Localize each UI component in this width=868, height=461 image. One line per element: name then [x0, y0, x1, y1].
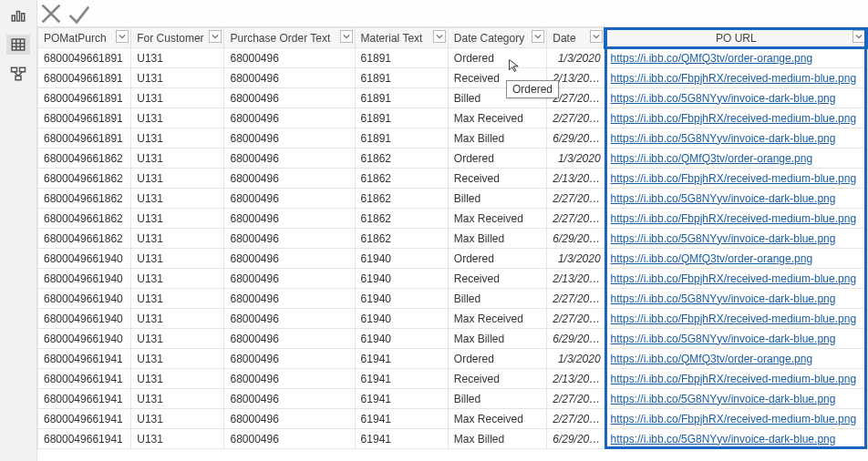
cell-pot[interactable]: 68000496 — [224, 309, 355, 329]
cell-mat[interactable]: 61862 — [355, 229, 448, 249]
cell-pot[interactable]: 68000496 — [224, 209, 355, 229]
cell-mat[interactable]: 61862 — [355, 149, 448, 169]
cell-pot[interactable]: 68000496 — [224, 108, 355, 128]
po-url-link[interactable]: https://i.ibb.co/5G8NYyv/invoice-dark-bl… — [611, 232, 836, 245]
cell-cat[interactable]: Received — [448, 369, 546, 389]
cell-cust[interactable]: U131 — [131, 409, 224, 429]
cell-mat[interactable]: 61862 — [355, 189, 448, 209]
cell-cust[interactable]: U131 — [131, 429, 224, 449]
cell-cat[interactable]: Max Received — [448, 409, 546, 429]
cell-cust[interactable]: U131 — [131, 189, 224, 209]
cell-pot[interactable]: 68000496 — [224, 369, 355, 389]
cell-url[interactable]: https://i.ibb.co/5G8NYyv/invoice-dark-bl… — [604, 189, 867, 209]
cell-cust[interactable]: U131 — [131, 209, 224, 229]
po-url-link[interactable]: https://i.ibb.co/FbpjhRX/received-medium… — [611, 312, 856, 325]
cell-date[interactable]: 2/27/2020 — [547, 309, 604, 329]
table-row[interactable]: 6800049661941U1316800049661941Ordered1/3… — [38, 349, 868, 369]
cell-url[interactable]: https://i.ibb.co/FbpjhRX/received-medium… — [604, 68, 867, 88]
cell-cust[interactable]: U131 — [131, 289, 224, 309]
cell-pomat[interactable]: 6800049661941 — [38, 369, 131, 389]
cell-pot[interactable]: 68000496 — [224, 229, 355, 249]
cell-date[interactable]: 2/13/2020 — [547, 68, 604, 88]
cancel-formula-button[interactable] — [37, 0, 65, 27]
cell-date[interactable]: 2/27/2020 — [547, 189, 604, 209]
cell-url[interactable]: https://i.ibb.co/FbpjhRX/received-medium… — [604, 309, 867, 329]
cell-pomat[interactable]: 6800049661940 — [38, 329, 131, 349]
cell-mat[interactable]: 61941 — [355, 389, 448, 409]
cell-cat[interactable]: Billed — [448, 289, 546, 309]
cell-url[interactable]: https://i.ibb.co/FbpjhRX/received-medium… — [604, 209, 867, 229]
cell-pomat[interactable]: 6800049661862 — [38, 209, 131, 229]
cell-pomat[interactable]: 6800049661940 — [38, 289, 131, 309]
column-filter-button[interactable] — [590, 30, 603, 43]
cell-url[interactable]: https://i.ibb.co/5G8NYyv/invoice-dark-bl… — [604, 329, 867, 349]
cell-mat[interactable]: 61891 — [355, 88, 448, 108]
commit-formula-button[interactable] — [65, 0, 92, 27]
cell-pomat[interactable]: 6800049661941 — [38, 389, 131, 409]
cell-pot[interactable]: 68000496 — [224, 169, 355, 189]
column-filter-button[interactable] — [116, 30, 129, 43]
cell-url[interactable]: https://i.ibb.co/5G8NYyv/invoice-dark-bl… — [604, 88, 867, 108]
cell-date[interactable]: 2/27/2020 — [547, 289, 604, 309]
cell-cat[interactable]: Received — [448, 269, 546, 289]
cell-date[interactable]: 1/3/2020 — [547, 349, 604, 369]
cell-cust[interactable]: U131 — [131, 309, 224, 329]
po-url-link[interactable]: https://i.ibb.co/FbpjhRX/received-medium… — [611, 373, 856, 385]
po-url-link[interactable]: https://i.ibb.co/FbpjhRX/received-medium… — [611, 272, 856, 285]
column-filter-button[interactable] — [433, 30, 446, 43]
cell-pot[interactable]: 68000496 — [224, 88, 355, 108]
cell-pomat[interactable]: 6800049661941 — [38, 349, 131, 369]
cell-url[interactable]: https://i.ibb.co/FbpjhRX/received-medium… — [604, 108, 867, 128]
po-url-link[interactable]: https://i.ibb.co/5G8NYyv/invoice-dark-bl… — [611, 292, 836, 305]
cell-date[interactable]: 2/27/2020 — [547, 108, 604, 128]
table-row[interactable]: 6800049661940U1316800049661940Max Billed… — [38, 329, 868, 349]
cell-cat[interactable]: Billed — [448, 189, 546, 209]
cell-mat[interactable]: 61941 — [355, 429, 448, 449]
cell-url[interactable]: https://i.ibb.co/FbpjhRX/received-medium… — [604, 269, 867, 289]
cell-pomat[interactable]: 6800049661891 — [38, 108, 131, 128]
cell-cat[interactable]: Max Billed — [448, 429, 546, 449]
table-row[interactable]: 6800049661862U1316800049661862Max Billed… — [38, 229, 868, 249]
cell-cat[interactable]: Max Billed — [448, 128, 546, 149]
cell-date[interactable]: 2/13/2020 — [547, 369, 604, 389]
cell-pot[interactable]: 68000496 — [224, 128, 355, 149]
cell-mat[interactable]: 61862 — [355, 169, 448, 189]
cell-date[interactable]: 1/3/2020 — [547, 48, 604, 68]
cell-cust[interactable]: U131 — [131, 149, 224, 169]
cell-pomat[interactable]: 6800049661940 — [38, 249, 131, 269]
po-url-link[interactable]: https://i.ibb.co/QMfQ3tv/order-orange.pn… — [611, 353, 812, 365]
table-row[interactable]: 6800049661862U1316800049661862Max Receiv… — [38, 209, 868, 229]
cell-pot[interactable]: 68000496 — [224, 409, 355, 429]
cell-url[interactable]: https://i.ibb.co/QMfQ3tv/order-orange.pn… — [604, 249, 867, 269]
data-grid[interactable]: POMatPurchFor CustomerPurchase Order Tex… — [37, 27, 868, 461]
cell-cat[interactable]: Max Received — [448, 309, 546, 329]
table-row[interactable]: 6800049661941U1316800049661941Billed2/27… — [38, 389, 868, 409]
po-url-link[interactable]: https://i.ibb.co/QMfQ3tv/order-orange.pn… — [611, 52, 812, 65]
cell-url[interactable]: https://i.ibb.co/FbpjhRX/received-medium… — [604, 169, 867, 189]
cell-cust[interactable]: U131 — [131, 88, 224, 108]
table-row[interactable]: 6800049661940U1316800049661940Billed2/27… — [38, 289, 868, 309]
column-header-pomat[interactable]: POMatPurch — [38, 28, 131, 48]
cell-date[interactable]: 2/27/2020 — [547, 409, 604, 429]
po-url-link[interactable]: https://i.ibb.co/QMfQ3tv/order-orange.pn… — [611, 152, 812, 165]
cell-pot[interactable]: 68000496 — [224, 149, 355, 169]
cell-mat[interactable]: 61940 — [355, 269, 448, 289]
cell-date[interactable]: 6/29/2020 — [547, 429, 604, 449]
cell-pot[interactable]: 68000496 — [224, 349, 355, 369]
po-url-link[interactable]: https://i.ibb.co/5G8NYyv/invoice-dark-bl… — [611, 333, 836, 345]
table-row[interactable]: 6800049661940U1316800049661940Max Receiv… — [38, 309, 868, 329]
cell-pot[interactable]: 68000496 — [224, 189, 355, 209]
cell-date[interactable]: 1/3/2020 — [547, 149, 604, 169]
cell-cat[interactable]: Max Billed — [448, 229, 546, 249]
cell-cust[interactable]: U131 — [131, 269, 224, 289]
cell-url[interactable]: https://i.ibb.co/QMfQ3tv/order-orange.pn… — [604, 149, 867, 169]
cell-cust[interactable]: U131 — [131, 229, 224, 249]
cell-cust[interactable]: U131 — [131, 389, 224, 409]
column-filter-button[interactable] — [340, 30, 353, 43]
table-row[interactable]: 6800049661941U1316800049661941Max Billed… — [38, 429, 868, 449]
cell-mat[interactable]: 61941 — [355, 369, 448, 389]
po-url-link[interactable]: https://i.ibb.co/5G8NYyv/invoice-dark-bl… — [611, 433, 836, 446]
cell-mat[interactable]: 61940 — [355, 289, 448, 309]
cell-url[interactable]: https://i.ibb.co/5G8NYyv/invoice-dark-bl… — [604, 429, 867, 449]
cell-cust[interactable]: U131 — [131, 169, 224, 189]
